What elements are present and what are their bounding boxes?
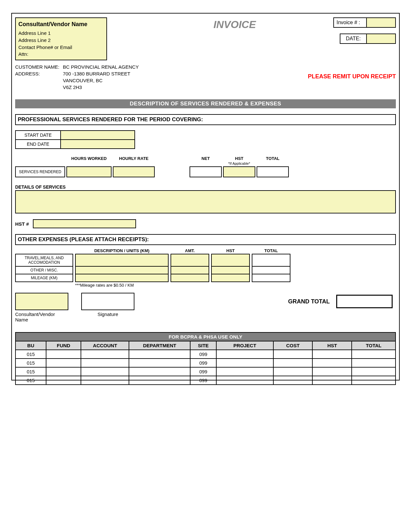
exp-amt-col: AMT. — [171, 248, 209, 253]
hourly-rate-col: HOURLY RATE — [113, 156, 155, 166]
total-col: TOTAL — [257, 156, 289, 166]
use-bu[interactable]: 015 — [15, 376, 46, 385]
net-field[interactable] — [190, 166, 222, 177]
expenses-columns: DESCRIPTION / UNITS (KM) AMT. HST TOTAL — [15, 248, 396, 253]
exp-desc-col: DESCRIPTION / UNITS (KM) — [75, 248, 169, 253]
details-label: DETAILS OF SERVICES — [15, 184, 396, 190]
customer-addr3: V6Z 2H3 — [63, 84, 139, 90]
use-col-account: ACCOUNT — [81, 341, 129, 350]
services-columns: HOURS WORKED HOURLY RATE NET HST *If App… — [15, 156, 396, 166]
vendor-contact: Contact Phone# or Email — [18, 44, 104, 51]
use-col-total: TOTAL — [352, 341, 396, 350]
vendor-name: Consultant/Vendor Name — [18, 20, 104, 28]
internal-use-header: FOR BCPRA & PHSA USE ONLY — [15, 332, 396, 341]
exp-mileage-total[interactable] — [252, 274, 290, 282]
exp-other-desc[interactable] — [75, 267, 169, 274]
dates-table: START DATE END DATE — [15, 130, 135, 149]
start-date-label: START DATE — [15, 131, 61, 140]
exp-mileage-amt[interactable] — [171, 274, 209, 282]
use-col-cost: COST — [273, 341, 313, 350]
vendor-box[interactable]: Consultant/Vendor Name Address Line 1 Ad… — [15, 17, 107, 60]
use-col-site: SITE — [190, 341, 216, 350]
section-bar: DESCRIPTION OF SERVICES RENDERED & EXPEN… — [15, 99, 396, 108]
use-site[interactable]: 099 — [190, 376, 216, 385]
use-col-hst: HST — [312, 341, 352, 350]
grand-total-field[interactable] — [336, 295, 393, 308]
vendor-addr-1: Address Line 1 — [18, 30, 104, 37]
remit-notice: PLEASE REMIT UPON RECEIPT — [308, 73, 396, 80]
exp-other-label: OTHER / MISC. — [15, 267, 73, 274]
use-col-project: PROJECT — [216, 341, 273, 350]
exp-mileage-hst[interactable] — [211, 274, 250, 282]
exp-travel-amt[interactable] — [171, 254, 209, 267]
vendor-addr-2: Address Line 2 — [18, 37, 104, 44]
header-row: Consultant/Vendor Name Address Line 1 Ad… — [15, 17, 396, 60]
professional-services-header: PROFESSIONAL SERVICES RENDERED FOR THE P… — [15, 114, 396, 125]
exp-travel-label: TRAVEL,MEALS, AND ACCOMODATION — [15, 254, 73, 267]
grand-total-label: GRAND TOTAL — [288, 298, 330, 305]
hours-worked-field[interactable] — [66, 166, 112, 177]
hourly-rate-field[interactable] — [113, 166, 155, 177]
use-bu[interactable]: 015 — [15, 367, 46, 376]
vendor-attn: Attn: — [18, 51, 104, 58]
hours-worked-col: HOURS WORKED — [66, 156, 112, 166]
start-date-field[interactable] — [61, 131, 135, 140]
hst-col: HST *If Applicable* — [223, 156, 255, 166]
use-row: 015 099 — [15, 350, 396, 359]
date-row: DATE: — [340, 34, 396, 44]
use-site[interactable]: 099 — [190, 367, 216, 376]
hst-field[interactable] — [223, 166, 255, 177]
date-label: DATE: — [340, 34, 366, 43]
exp-other-amt[interactable] — [171, 267, 209, 274]
use-site[interactable]: 099 — [190, 359, 216, 367]
use-col-department: DEPARTMENT — [129, 341, 190, 350]
date-field[interactable] — [366, 34, 395, 43]
signature-label: Signature — [81, 311, 134, 322]
hst-number-label: HST # — [15, 221, 29, 227]
exp-mileage-label: MILEAGE (KM) — [15, 274, 73, 282]
customer-name-label: CUSTOMER NAME: — [15, 64, 63, 70]
use-bu[interactable]: 015 — [15, 350, 46, 359]
use-row: 015 099 — [15, 367, 396, 376]
mileage-note: ***Mileage rates are $0.50 / KM — [75, 283, 396, 288]
exp-total-col: TOTAL — [252, 248, 290, 253]
consultant-name-label: Consultant/Vendor Name — [15, 311, 68, 322]
use-col-bu: BU — [15, 341, 46, 350]
use-bu[interactable]: 015 — [15, 359, 46, 367]
end-date-field[interactable] — [61, 140, 135, 149]
exp-travel-hst[interactable] — [211, 254, 250, 267]
net-col: NET — [190, 156, 222, 166]
customer-addr2: VANCOUVER, BC — [63, 78, 139, 83]
use-col-fund: FUND — [46, 341, 81, 350]
services-rendered-label: SERVICES RENDERED — [15, 166, 65, 177]
hst-number-field[interactable] — [33, 219, 136, 228]
exp-other-total[interactable] — [252, 267, 290, 274]
total-field[interactable] — [257, 166, 289, 177]
use-site[interactable]: 099 — [190, 350, 216, 359]
internal-use-table: FOR BCPRA & PHSA USE ONLY BU FUND ACCOUN… — [15, 332, 396, 385]
end-date-label: END DATE — [15, 140, 61, 149]
invoice-number-label: Invoice # : — [334, 18, 366, 27]
invoice-number-field[interactable] — [366, 18, 395, 27]
customer-name: BC PROVINCIAL RENAL AGENCY — [63, 64, 139, 70]
expenses-table: TRAVEL,MEALS, AND ACCOMODATION OTHER / M… — [15, 254, 396, 282]
invoice-number-row: Invoice # : — [333, 17, 396, 28]
exp-travel-desc[interactable] — [75, 254, 169, 267]
customer-addr-label: ADDRESS: — [15, 71, 63, 76]
services-row: SERVICES RENDERED — [15, 166, 396, 177]
signature-field[interactable] — [81, 293, 134, 310]
use-row: 015 099 — [15, 359, 396, 367]
exp-other-hst[interactable] — [211, 267, 250, 274]
consultant-name-field[interactable] — [15, 293, 68, 310]
exp-hst-col: HST — [211, 248, 250, 253]
page-title: INVOICE — [213, 19, 256, 31]
use-row: 015 099 — [15, 376, 396, 385]
customer-addr1: 700 -1380 BURRARD STREET — [63, 71, 139, 76]
details-field[interactable] — [15, 190, 396, 213]
other-expenses-header: OTHER EXPENSES (PLEASE ATTACH RECEIPTS): — [15, 234, 396, 245]
exp-mileage-desc[interactable] — [75, 274, 169, 282]
exp-travel-total[interactable] — [252, 254, 290, 267]
